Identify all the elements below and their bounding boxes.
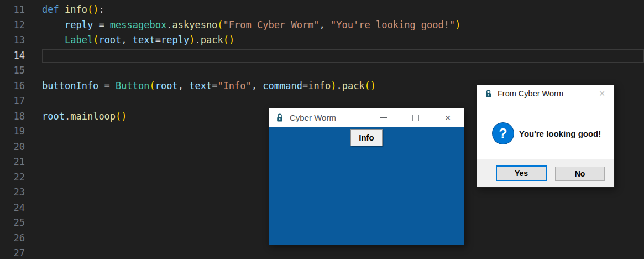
code-line-content: buttonInfo = Button(root, text="Info", c…	[25, 79, 376, 94]
line-number: 11	[0, 2, 25, 18]
tk-icon	[275, 113, 284, 122]
tk-window-title: Cyber Worm	[290, 113, 336, 122]
line-number: 22	[0, 170, 25, 185]
code-line[interactable]: 12 reply = messagebox.askyesno("From Cyb…	[0, 18, 644, 33]
tk-window-body: Info	[269, 127, 464, 245]
window-controls: ✕	[368, 108, 464, 127]
code-line-content: def info():	[25, 2, 104, 18]
code-line-content	[25, 63, 42, 79]
code-line-content	[25, 215, 42, 231]
maximize-icon	[412, 115, 419, 121]
line-number: 16	[0, 79, 25, 94]
tk-window: Cyber Worm ✕ Info	[269, 108, 464, 245]
close-button[interactable]: ✕	[432, 108, 464, 127]
dialog-titlebar[interactable]: From Cyber Worm ✕	[477, 85, 614, 102]
current-line-highlight	[42, 49, 644, 63]
code-line-content	[25, 170, 42, 185]
dialog-close-button[interactable]: ✕	[590, 85, 614, 102]
line-number: 12	[0, 18, 25, 33]
question-icon: ?	[492, 122, 514, 144]
code-line-content	[25, 94, 42, 109]
code-line-content	[25, 200, 42, 216]
code-line[interactable]: 11def info():	[0, 2, 644, 18]
line-number: 26	[0, 231, 25, 246]
minimize-button[interactable]	[368, 108, 400, 127]
code-line-content	[25, 231, 42, 246]
close-icon: ✕	[599, 89, 605, 98]
line-number: 15	[0, 63, 25, 79]
code-line[interactable]: 14	[0, 48, 644, 64]
code-line-content	[25, 246, 42, 259]
line-number: 17	[0, 94, 25, 109]
line-number: 21	[0, 154, 25, 170]
dialog-title: From Cyber Worm	[498, 89, 563, 98]
minimize-icon	[380, 117, 387, 118]
dialog-message: You're looking good!	[519, 129, 601, 138]
code-line-content: root.mainloop()	[25, 109, 127, 125]
line-number: 13	[0, 33, 25, 48]
dialog-footer: Yes No	[477, 159, 614, 187]
line-number: 18	[0, 109, 25, 125]
code-line-content	[25, 124, 42, 139]
tk-icon	[484, 90, 493, 98]
line-number: 19	[0, 124, 25, 139]
code-line-content	[25, 154, 42, 170]
code-line[interactable]: 13 Label(root, text=reply).pack()	[0, 33, 644, 48]
line-number: 23	[0, 185, 25, 200]
code-line[interactable]: 27	[0, 246, 644, 259]
line-number: 24	[0, 200, 25, 216]
messagebox-dialog: From Cyber Worm ✕ ? You're looking good!…	[477, 85, 615, 188]
maximize-button[interactable]	[400, 108, 432, 127]
line-number: 14	[0, 48, 25, 64]
info-button[interactable]: Info	[350, 129, 383, 146]
code-line-content	[25, 48, 42, 64]
line-number: 27	[0, 246, 25, 259]
code-line-content: Label(root, text=reply).pack()	[25, 33, 234, 48]
code-line-content	[25, 185, 42, 200]
line-number: 20	[0, 139, 25, 155]
close-icon: ✕	[444, 113, 451, 122]
tk-window-titlebar[interactable]: Cyber Worm ✕	[269, 108, 464, 127]
code-line-content: reply = messagebox.askyesno("From Cyber …	[25, 18, 461, 33]
dialog-body: ? You're looking good!	[477, 102, 614, 159]
yes-button[interactable]: Yes	[496, 165, 547, 181]
code-line-content	[25, 139, 42, 155]
line-number: 25	[0, 215, 25, 231]
code-line[interactable]: 15	[0, 63, 644, 79]
no-button[interactable]: No	[555, 167, 605, 181]
